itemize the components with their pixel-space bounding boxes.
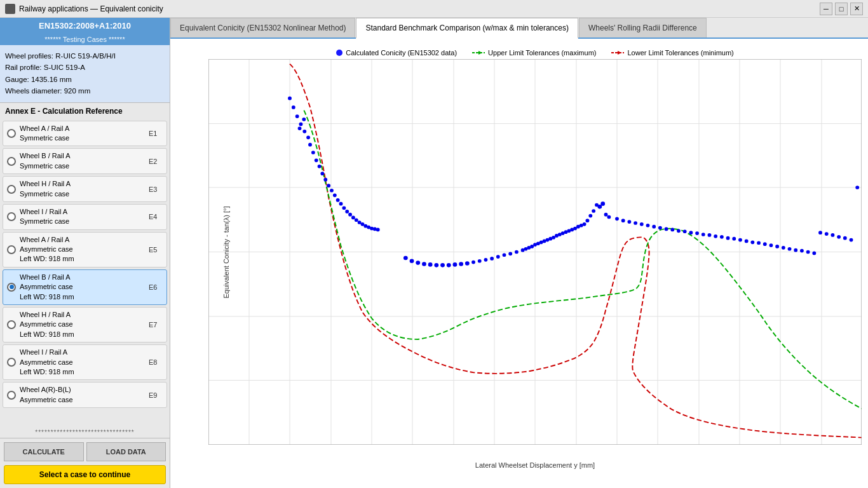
svg-point-74 [355, 218, 358, 222]
svg-point-127 [600, 201, 605, 206]
radio-e9[interactable] [7, 391, 16, 400]
calculate-button[interactable]: CALCULATE [4, 442, 84, 461]
svg-point-71 [345, 210, 349, 214]
radio-e2[interactable] [7, 157, 16, 166]
app-icon [5, 4, 15, 14]
case-label-e9: Wheel A(R)-B(L)Asymmetric case [20, 385, 149, 405]
radio-e6[interactable] [7, 283, 16, 292]
svg-point-94 [478, 259, 482, 263]
radio-e5[interactable] [7, 245, 16, 254]
radio-e7[interactable] [7, 320, 16, 329]
svg-point-97 [496, 255, 500, 259]
close-button[interactable]: ✕ [850, 3, 863, 15]
radio-e8[interactable] [7, 358, 16, 367]
svg-point-61 [315, 158, 318, 162]
svg-point-159 [794, 248, 797, 252]
tab-tab1[interactable]: Equivalent Conicity (EN15302 Nonlinear M… [170, 18, 355, 37]
radio-e4[interactable] [7, 212, 16, 221]
y-axis-label: Equivalent Conicity - tan(λ) [°] [222, 206, 230, 298]
svg-point-93 [471, 261, 475, 264]
case-item-e1[interactable]: Wheel A / Rail ASymmetric caseE1 [3, 121, 167, 147]
case-item-e2[interactable]: Wheel B / Rail ASymmetric caseE2 [3, 148, 167, 174]
svg-point-148 [726, 236, 730, 240]
svg-point-91 [459, 262, 463, 266]
case-label-e6: Wheel B / Rail AAsymmetric caseLeft WD: … [20, 273, 149, 302]
select-case-button[interactable]: Select a case to continue [4, 465, 166, 484]
svg-point-137 [658, 226, 662, 230]
svg-point-65 [327, 184, 330, 187]
svg-point-98 [503, 253, 506, 257]
svg-point-168 [850, 238, 853, 242]
legend-calculated: Calculated Conicity (EN15302 data) [336, 49, 457, 57]
svg-point-124 [592, 209, 595, 213]
case-label-e7: Wheel H / Rail AAsymmetric caseLeft WD: … [20, 310, 149, 339]
svg-point-81 [376, 228, 380, 232]
case-label-e3: Wheel H / Rail ASymmetric case [20, 179, 149, 199]
svg-marker-0 [478, 51, 482, 55]
svg-point-79 [370, 227, 374, 231]
case-item-e9[interactable]: Wheel A(R)-B(L)Asymmetric caseE9 [3, 382, 167, 408]
case-item-e5[interactable]: Wheel A / Rail AAsymmetric caseLeft WD: … [3, 232, 167, 268]
svg-point-139 [670, 228, 674, 232]
right-panel: Equivalent Conicity (EN15302 Nonlinear M… [170, 18, 868, 488]
restore-button[interactable]: □ [835, 3, 848, 15]
case-code-e7: E7 [149, 321, 163, 329]
svg-point-131 [621, 219, 625, 222]
svg-point-84 [416, 261, 420, 265]
legend-line-green-icon [472, 50, 485, 56]
svg-point-134 [640, 222, 644, 226]
bottom-buttons: CALCULATE LOAD DATA [0, 438, 170, 465]
svg-point-60 [311, 151, 315, 154]
svg-point-51 [288, 97, 292, 100]
svg-point-99 [508, 252, 512, 256]
case-item-e3[interactable]: Wheel H / Rail ASymmetric caseE3 [3, 176, 167, 202]
svg-point-72 [348, 213, 352, 217]
radio-e1[interactable] [7, 129, 16, 138]
svg-point-128 [604, 213, 608, 217]
svg-point-69 [339, 202, 343, 206]
svg-point-135 [646, 224, 650, 227]
svg-point-57 [302, 118, 306, 121]
case-code-e6: E6 [149, 283, 163, 291]
tabs-bar: Equivalent Conicity (EN15302 Nonlinear M… [170, 18, 868, 39]
svg-point-85 [422, 262, 426, 266]
legend-upper-label: Upper Limit Tolerances (maximum) [488, 49, 596, 57]
svg-marker-1 [618, 51, 621, 55]
svg-point-140 [677, 229, 681, 233]
svg-point-73 [351, 216, 355, 220]
svg-point-162 [812, 252, 816, 255]
case-item-e6[interactable]: Wheel B / Rail AAsymmetric caseLeft WD: … [3, 269, 167, 305]
diameter-info: Wheels diameter: 920 mm [5, 85, 165, 97]
radio-e3[interactable] [7, 185, 16, 194]
svg-point-129 [607, 215, 611, 219]
svg-point-163 [818, 231, 822, 234]
chart-svg-container: 0.0 0.5 1.0 1.5 2.0 2.5 3.0 3.5 4.0 4.5 … [208, 59, 862, 445]
legend-lower-label: Lower Limit Tolerances (minimum) [627, 49, 733, 57]
svg-point-169 [855, 186, 859, 189]
legend-line-red-icon [611, 50, 624, 56]
svg-point-165 [831, 233, 835, 237]
case-item-e8[interactable]: Wheel I / Rail AAsymmetric caseLeft WD: … [3, 344, 167, 380]
minimize-button[interactable]: ─ [820, 3, 832, 15]
case-code-e8: E8 [149, 358, 163, 366]
svg-point-132 [627, 220, 631, 224]
svg-point-133 [634, 221, 637, 225]
legend-dot-blue [336, 50, 342, 56]
svg-point-66 [330, 189, 334, 193]
load-data-button[interactable]: LOAD DATA [86, 442, 166, 461]
svg-point-155 [770, 243, 773, 247]
case-item-e7[interactable]: Wheel H / Rail AAsymmetric caseLeft WD: … [3, 307, 167, 342]
case-code-e3: E3 [149, 186, 163, 193]
case-item-e4[interactable]: Wheel I / Rail ASymmetric caseE4 [3, 204, 167, 230]
chart-svg: 0.0 0.5 1.0 1.5 2.0 2.5 3.0 3.5 4.0 4.5 … [208, 59, 862, 445]
tab-tab2[interactable]: Standard Benchmark Comparison (w/max & m… [356, 18, 578, 39]
chart-legend: Calculated Conicity (EN15302 data) Upper… [208, 45, 862, 59]
svg-point-126 [597, 205, 602, 209]
svg-point-67 [333, 194, 337, 198]
tab-tab3[interactable]: Wheels' Rolling Radii Difference [579, 18, 707, 37]
case-code-e9: E9 [149, 391, 163, 399]
legend-calculated-label: Calculated Conicity (EN15302 data) [346, 49, 457, 57]
svg-point-122 [586, 219, 590, 222]
svg-point-88 [440, 263, 445, 268]
svg-point-130 [615, 217, 619, 220]
